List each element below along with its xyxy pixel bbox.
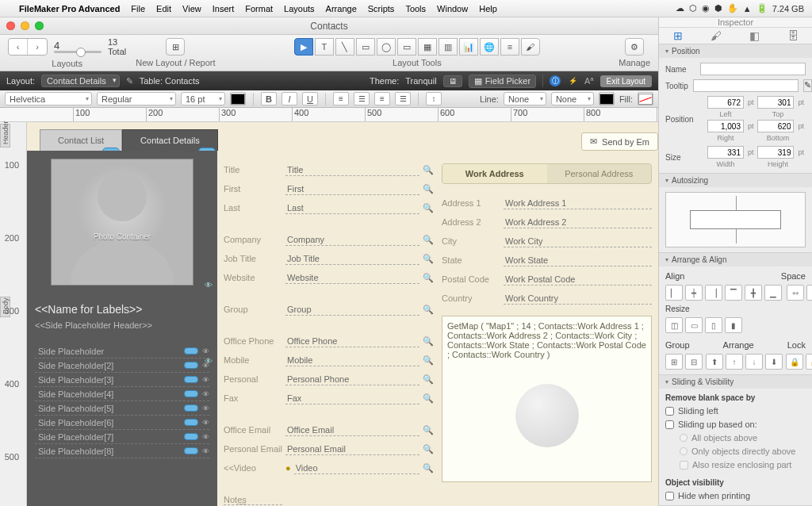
align-right-edges[interactable]: ▕ (705, 285, 722, 301)
line-style-selector[interactable]: None (504, 92, 546, 105)
font-style-selector[interactable]: Regular (97, 92, 176, 105)
resize-smallest-w[interactable]: ◫ (665, 317, 683, 333)
lookup-icon[interactable]: 🔍 (423, 305, 434, 315)
lookup-icon[interactable]: 🔍 (423, 203, 434, 213)
script-trigger-icon[interactable]: ⚡ (567, 75, 578, 86)
layout-canvas[interactable]: Contact List Contact Details ✉ Send by E… (27, 122, 658, 506)
field-group[interactable]: Group (285, 304, 419, 316)
field-tool[interactable]: ▭ (397, 38, 416, 56)
also-resize-checkbox[interactable]: Also resize enclosing part (665, 460, 806, 470)
lookup-icon[interactable]: 🔍 (423, 336, 434, 347)
align-top-edges[interactable]: ▔ (725, 285, 742, 301)
minimize-window-button[interactable] (21, 21, 29, 30)
line-tool[interactable]: ╲ (335, 38, 354, 56)
layout-picker[interactable]: Contact Details (41, 75, 120, 87)
list-item[interactable]: Side Placeholder[8]👁 (35, 444, 209, 458)
button-tool[interactable]: ▦ (418, 38, 437, 56)
object-name-input[interactable] (700, 63, 806, 75)
lookup-icon[interactable]: 🔍 (423, 165, 434, 175)
aa-format-icon[interactable]: Aª (584, 76, 593, 86)
field-city[interactable]: Work City (504, 236, 652, 247)
sliding-up-checkbox[interactable]: Sliding up based on: (665, 420, 806, 429)
lookup-icon[interactable]: 🔍 (423, 463, 434, 473)
send-backward[interactable]: ↓ (745, 354, 763, 370)
name-label-field[interactable]: <<Name for Labels>> (35, 303, 209, 316)
autosizing-diagram[interactable] (665, 192, 806, 247)
align-center-h[interactable]: ┿ (685, 285, 703, 301)
group-button[interactable]: ⊞ (665, 354, 683, 370)
align-center-button[interactable]: ☰ (354, 92, 370, 105)
lookup-icon[interactable]: 🔍 (423, 235, 434, 245)
size-width-input[interactable] (707, 146, 744, 159)
header-part-label[interactable]: Header (0, 124, 10, 148)
pos-top-input[interactable] (757, 96, 794, 109)
menu-layouts[interactable]: Layouts (284, 4, 315, 13)
screen-type-icon[interactable]: 🖥 (443, 75, 462, 87)
italic-button[interactable]: I (282, 92, 297, 105)
all-above-radio[interactable]: All objects above (665, 433, 806, 443)
align-justify-button[interactable]: ☰ (395, 92, 411, 105)
line-spacing-button[interactable]: ↕ (426, 92, 442, 105)
pos-right-input[interactable] (707, 120, 744, 132)
menu-scripts[interactable]: Scripts (368, 4, 395, 13)
zoom-window-button[interactable] (35, 21, 44, 30)
lookup-icon[interactable]: 🔍 (423, 425, 434, 435)
bring-forward[interactable]: ↑ (726, 354, 743, 370)
inspector-tab-data[interactable]: 🗄 (787, 29, 799, 42)
section-autosizing-header[interactable]: Autosizing (659, 174, 812, 187)
bring-front[interactable]: ⬆ (706, 354, 723, 370)
text-color-swatch[interactable] (230, 92, 246, 105)
part-tool[interactable]: ≡ (500, 38, 519, 56)
new-layout-button[interactable]: ⊞ (166, 38, 185, 56)
tab-tool[interactable]: ▥ (439, 38, 458, 56)
send-back[interactable]: ⬇ (765, 354, 783, 370)
field-jobtitle[interactable]: Job Title (285, 253, 419, 265)
field-personal[interactable]: Personal Phone (285, 374, 419, 385)
field-personalemail[interactable]: Personal Email (285, 443, 419, 455)
underline-button[interactable]: U (302, 92, 318, 105)
webview-tool[interactable]: 🌐 (480, 38, 499, 56)
font-size-selector[interactable]: 16 pt (181, 92, 225, 105)
chart-tool[interactable]: 📊 (459, 38, 478, 56)
field-officeemail[interactable]: Office Email (285, 424, 419, 436)
field-postal[interactable]: Work Postal Code (504, 274, 652, 286)
ungroup-button[interactable]: ⊟ (685, 354, 703, 370)
align-left-button[interactable]: ≡ (333, 92, 349, 105)
field-address1[interactable]: Work Address 1 (504, 197, 652, 209)
menu-file[interactable]: File (131, 4, 145, 13)
edit-layout-icon[interactable]: ✎ (126, 76, 133, 86)
section-position-header[interactable]: Position (659, 44, 812, 58)
theme-value[interactable]: Tranquil (405, 76, 436, 86)
only-above-radio[interactable]: Only objects directly above (665, 447, 806, 456)
photo-container[interactable]: Photo Container (51, 159, 193, 286)
list-item[interactable]: Side Placeholder[4]👁 (35, 387, 209, 401)
hide-printing-checkbox[interactable]: Hide when printing (665, 491, 806, 500)
font-selector[interactable]: Helvetica (5, 92, 92, 105)
prev-record-icon[interactable]: ‹ (9, 39, 28, 55)
lookup-icon[interactable]: 🔍 (423, 273, 434, 283)
field-country[interactable]: Work Country (504, 293, 652, 305)
rectangle-tool[interactable]: ▭ (356, 38, 375, 56)
menu-help[interactable]: Help (479, 4, 497, 13)
distribute-v[interactable]: ⇳ (806, 285, 812, 301)
field-website[interactable]: Website (285, 272, 419, 284)
line-weight-selector[interactable]: None (551, 92, 594, 105)
unlock-button[interactable]: 🔓 (806, 354, 812, 370)
field-title[interactable]: Title (285, 164, 419, 176)
menu-format[interactable]: Format (245, 4, 273, 13)
list-item[interactable]: Side Placeholder[3]👁 (35, 373, 209, 387)
align-center-v[interactable]: ╋ (745, 285, 762, 301)
list-item[interactable]: Side Placeholder[6]👁 (35, 416, 209, 430)
align-left-edges[interactable]: ▏ (665, 285, 683, 301)
visibility-icon[interactable]: 👁 (205, 281, 213, 289)
exit-layout-button[interactable]: Exit Layout (600, 75, 652, 87)
menu-view[interactable]: View (182, 4, 201, 13)
menu-window[interactable]: Window (437, 4, 468, 13)
close-window-button[interactable] (6, 21, 15, 30)
field-officephone[interactable]: Office Phone (285, 335, 419, 347)
tab-work-address[interactable]: Work Address (442, 164, 547, 183)
lookup-icon[interactable]: 🔍 (423, 393, 434, 404)
lookup-icon[interactable]: 🔍 (423, 355, 434, 366)
tab-contact-details[interactable]: Contact Details (122, 129, 218, 151)
section-sliding-header[interactable]: Sliding & Visibility (659, 375, 812, 389)
